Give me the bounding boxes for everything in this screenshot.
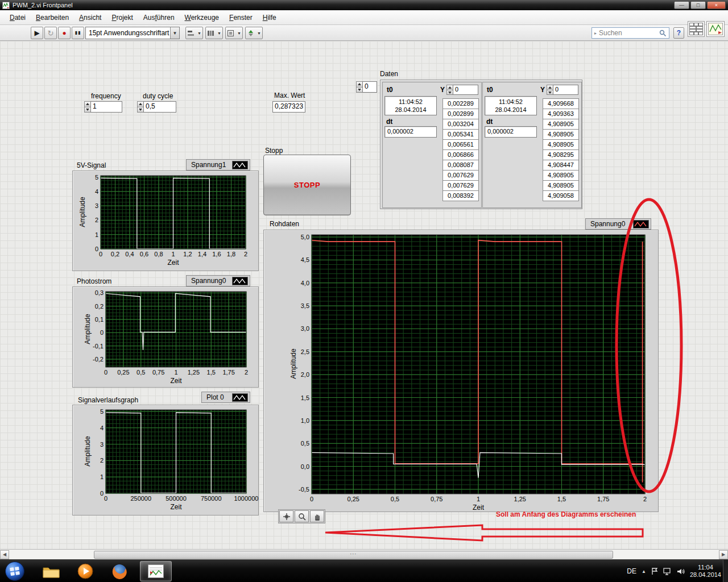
network-icon[interactable] bbox=[663, 568, 672, 575]
vi-app-icon bbox=[2, 2, 10, 9]
distribute-objects-dropdown[interactable]: ▼ bbox=[205, 27, 223, 39]
y-values-column: 0,0022890,0028990,0032040,0053410,006561… bbox=[442, 98, 479, 201]
decrement-icon[interactable] bbox=[447, 90, 453, 95]
graph-signalverlaufsgraph[interactable]: 01234502500005000007500001000000Amplitud… bbox=[72, 405, 259, 516]
run-continuous-icon: ↻ bbox=[48, 30, 54, 37]
taskbar-media-player-button[interactable] bbox=[71, 561, 100, 581]
y-index-spinner[interactable] bbox=[547, 85, 553, 95]
search-scope-icon[interactable]: ▸ bbox=[594, 31, 597, 36]
y-tick-label: 4,0 bbox=[264, 280, 309, 286]
y-index-value[interactable]: 0 bbox=[453, 85, 478, 95]
stopp-button[interactable]: STOPP bbox=[263, 155, 351, 215]
increment-icon[interactable] bbox=[447, 85, 453, 90]
menu-fenster[interactable]: Fenster bbox=[224, 11, 258, 24]
duty-cycle-value[interactable]: 0,5 bbox=[143, 101, 176, 113]
menu-ansicht[interactable]: Ansicht bbox=[74, 11, 106, 24]
increment-icon[interactable] bbox=[138, 102, 143, 107]
vi-icon[interactable] bbox=[706, 21, 725, 37]
clock[interactable]: 11:04 28.04.2014 bbox=[690, 564, 721, 579]
run-continuous-button[interactable]: ↻ bbox=[44, 27, 57, 39]
horizontal-scrollbar[interactable]: ◀ ▶ bbox=[0, 549, 728, 559]
resize-objects-dropdown[interactable]: ▼ bbox=[225, 27, 243, 39]
clock-time: 11:04 bbox=[690, 564, 721, 571]
taskbar-firefox-button[interactable] bbox=[105, 561, 134, 581]
pan-tool-button[interactable] bbox=[310, 510, 324, 522]
menu-bearbeiten[interactable]: Bearbeiten bbox=[31, 11, 74, 24]
scroll-right-button[interactable]: ▶ bbox=[719, 550, 728, 559]
y-label: Y bbox=[540, 86, 545, 94]
run-button[interactable]: ▶ bbox=[31, 27, 43, 39]
daten-index-spinner[interactable] bbox=[356, 81, 362, 93]
language-indicator[interactable]: DE bbox=[627, 567, 636, 575]
frequency-spinner[interactable] bbox=[84, 101, 90, 113]
y-tick-label: 3,5 bbox=[264, 302, 309, 309]
plot-legend-rohdaten[interactable]: Spannung0 bbox=[585, 218, 651, 230]
plot-legend-spannung0[interactable]: Spannung0 bbox=[186, 275, 250, 286]
graph-photostrom[interactable]: -0,2-0,100,10,20,300,250,50,7511,251,51,… bbox=[72, 286, 259, 388]
cursor-tool-button[interactable] bbox=[279, 510, 293, 522]
distribute-objects-icon bbox=[207, 30, 214, 37]
close-button[interactable]: × bbox=[707, 1, 726, 9]
duty-cycle-spinner[interactable] bbox=[137, 101, 143, 113]
minimize-button[interactable]: — bbox=[674, 1, 689, 9]
daten-index-value[interactable]: 0 bbox=[362, 81, 377, 93]
daten-index-control[interactable]: 0 bbox=[356, 81, 377, 93]
plot-legend-plot0[interactable]: Plot 0 bbox=[201, 392, 250, 403]
y-tick-label: 1,5 bbox=[264, 394, 309, 401]
y-index-value[interactable]: 0 bbox=[553, 85, 578, 95]
plot-legend-text: Spannung0 bbox=[590, 220, 625, 228]
menu-ausführen[interactable]: Ausführen bbox=[138, 11, 180, 24]
start-button[interactable] bbox=[5, 561, 25, 581]
show-desktop-button[interactable] bbox=[723, 560, 728, 582]
increment-icon[interactable] bbox=[547, 85, 553, 90]
stopp-label: Stopp bbox=[265, 147, 283, 155]
menu-werkzeuge[interactable]: Werkzeuge bbox=[180, 11, 224, 24]
scroll-left-button[interactable]: ◀ bbox=[0, 550, 9, 559]
scrollbar-thumb[interactable] bbox=[94, 551, 613, 559]
frequency-control[interactable]: 1 bbox=[84, 101, 122, 113]
graph-title-photostrom: Photostrom bbox=[77, 277, 111, 285]
search-input[interactable]: ▸ Suchen bbox=[592, 27, 669, 39]
chevron-down-icon[interactable]: ▼ bbox=[170, 27, 179, 39]
action-center-flag-icon[interactable] bbox=[651, 567, 658, 575]
y-value-cell: 4,908905 bbox=[543, 170, 579, 181]
taskbar-explorer-button[interactable] bbox=[36, 561, 66, 581]
t0-time: 11:04:52 bbox=[385, 98, 436, 106]
maximize-button[interactable]: □ bbox=[690, 1, 706, 9]
menu-projekt[interactable]: Projekt bbox=[106, 11, 138, 24]
decrement-icon[interactable] bbox=[547, 90, 553, 95]
pause-button[interactable]: ▮▮ bbox=[72, 27, 84, 39]
menu-hilfe[interactable]: Hilfe bbox=[258, 11, 282, 24]
y-index-control[interactable]: 0 bbox=[446, 85, 478, 95]
taskbar-labview-button[interactable] bbox=[140, 561, 172, 581]
increment-icon[interactable] bbox=[357, 82, 362, 87]
waveform-cluster-0: t0 11:04:52 28.04.2014 dt 0,000002 Y 0 0… bbox=[382, 82, 482, 208]
plot-legend-spannung1[interactable]: Spannung1 bbox=[186, 159, 250, 171]
y-index-spinner[interactable] bbox=[446, 85, 453, 95]
y-value-cell: 4,908295 bbox=[543, 149, 579, 160]
tray-expand-icon[interactable]: ▲ bbox=[642, 569, 646, 574]
volume-icon[interactable] bbox=[677, 568, 685, 575]
reorder-objects-dropdown[interactable]: ▼ bbox=[245, 27, 263, 39]
zoom-tool-button[interactable] bbox=[295, 510, 309, 522]
connector-pane-icon[interactable] bbox=[688, 21, 705, 37]
graph-5v-signal[interactable]: 01234500,20,40,60,811,21,41,61,82Amplitu… bbox=[72, 171, 259, 271]
help-button[interactable]: ? bbox=[673, 27, 684, 39]
decrement-icon[interactable] bbox=[85, 107, 90, 113]
decrement-icon[interactable] bbox=[138, 107, 143, 113]
font-selector[interactable]: 15pt Anwendungsschriftart ▼ bbox=[85, 27, 180, 39]
chevron-down-icon: ▼ bbox=[197, 31, 201, 35]
duty-cycle-control[interactable]: 0,5 bbox=[137, 101, 176, 113]
y-index-control[interactable]: 0 bbox=[547, 85, 578, 95]
t0-value: 11:04:52 28.04.2014 bbox=[485, 96, 537, 115]
y-value-cell: 0,002289 bbox=[442, 98, 479, 109]
menu-datei[interactable]: Datei bbox=[5, 11, 31, 24]
align-objects-dropdown[interactable]: ▼ bbox=[185, 27, 203, 39]
decrement-icon[interactable] bbox=[357, 87, 362, 93]
graph-rohdaten[interactable]: -0,50,00,51,01,52,02,53,03,54,04,55,000,… bbox=[263, 230, 659, 512]
frequency-value[interactable]: 1 bbox=[90, 101, 122, 113]
x-tick-label: 1,75 bbox=[586, 496, 621, 502]
increment-icon[interactable] bbox=[85, 102, 90, 107]
abort-button[interactable]: ● bbox=[58, 27, 71, 39]
y-values-column: 4,9096684,9093634,9089054,9089054,908905… bbox=[543, 98, 579, 201]
